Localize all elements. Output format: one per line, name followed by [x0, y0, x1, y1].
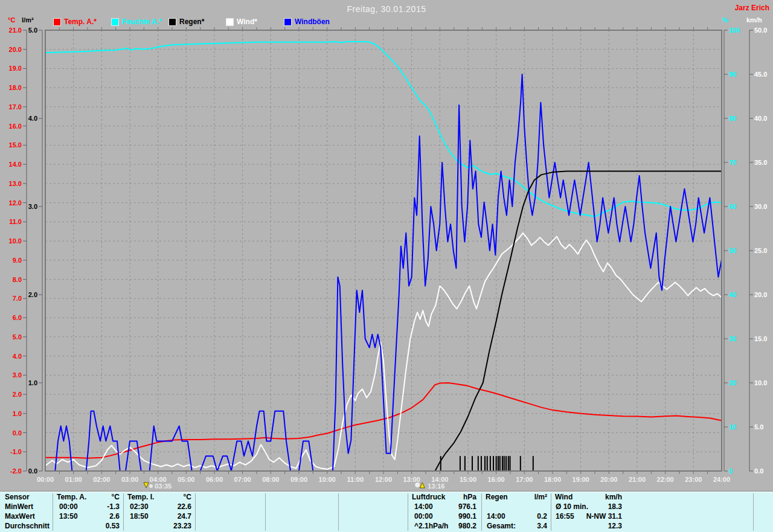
svg-text:16:00: 16:00 — [488, 476, 505, 483]
svg-text:17:00: 17:00 — [516, 476, 533, 483]
table-separator-tail — [753, 493, 754, 531]
temp-i-row3-value: 23.23 — [173, 522, 191, 530]
svg-text:40: 40 — [729, 291, 736, 298]
svg-text:17.0: 17.0 — [9, 103, 22, 111]
table-separator-temp-a — [53, 493, 53, 531]
svg-text:05:00: 05:00 — [178, 476, 194, 483]
svg-text:13.0: 13.0 — [9, 180, 22, 187]
regen-row2-value: 0.2 — [537, 512, 547, 521]
svg-text:20.0: 20.0 — [9, 46, 22, 53]
svg-text:09:00: 09:00 — [290, 476, 307, 483]
luftdruck-header: Luftdruck — [412, 493, 445, 501]
svg-text:10:00: 10:00 — [319, 476, 336, 483]
svg-text:2.0: 2.0 — [13, 391, 22, 398]
svg-text:12.0: 12.0 — [9, 199, 22, 207]
svg-text:10: 10 — [729, 423, 736, 431]
rain-event-bars — [441, 456, 533, 470]
luftdruck-row3-value: 980.2 — [458, 522, 476, 530]
svg-text:50.0: 50.0 — [754, 27, 767, 34]
svg-text:70: 70 — [729, 159, 736, 166]
luftdruck-row1-time: 14:00 — [414, 502, 433, 511]
table-separator-wind — [551, 493, 551, 531]
svg-text:6.0: 6.0 — [13, 314, 22, 321]
regen-unit: l/m² — [534, 493, 547, 501]
svg-text:22:00: 22:00 — [657, 476, 674, 483]
table-separator-temp-i — [123, 493, 124, 531]
svg-text:2.0: 2.0 — [28, 291, 37, 298]
weather-station-window: Freitag, 30.01.2015 Jarz Erich °C l/m² %… — [0, 0, 773, 532]
svg-text:00:00: 00:00 — [37, 476, 54, 483]
svg-text:24:00: 24:00 — [713, 476, 730, 483]
svg-text:21:00: 21:00 — [629, 476, 646, 483]
svg-text:0: 0 — [729, 467, 733, 475]
humidity-axis: 0102030405060708090100 — [724, 27, 740, 475]
svg-text:45.0: 45.0 — [754, 71, 767, 78]
weather-chart: -2.0-1.00.01.02.03.04.05.06.07.08.09.010… — [0, 0, 773, 490]
svg-text:0.0: 0.0 — [13, 429, 22, 437]
svg-text:20.0: 20.0 — [754, 291, 767, 298]
svg-text:4.0: 4.0 — [28, 115, 37, 122]
wind-row3-value: 12.3 — [608, 522, 622, 530]
rain-axis: 0.01.02.03.04.05.0 — [28, 27, 42, 475]
table-separator-luftdruck — [408, 493, 408, 531]
svg-text:3.0: 3.0 — [13, 371, 22, 379]
temp-a-unit: °C — [112, 493, 120, 501]
svg-text:5.0: 5.0 — [13, 333, 22, 341]
svg-text:20:00: 20:00 — [600, 476, 617, 483]
row-label-sensor: Sensor — [5, 493, 30, 501]
svg-text:0.0: 0.0 — [754, 467, 763, 475]
svg-text:50: 50 — [729, 247, 736, 254]
table-separator-regen — [481, 493, 482, 531]
svg-text:11.0: 11.0 — [9, 218, 22, 225]
svg-text:23:00: 23:00 — [685, 476, 702, 483]
svg-text:19.0: 19.0 — [9, 65, 22, 72]
svg-text:1.0: 1.0 — [28, 379, 37, 386]
table-separator-empty-1 — [195, 493, 196, 531]
svg-text:08:00: 08:00 — [262, 476, 279, 483]
regen-row3-time: Gesamt: — [487, 522, 516, 530]
temp-a-row2-value: 2.6 — [109, 512, 120, 521]
svg-text:30: 30 — [729, 335, 736, 342]
svg-text:15.0: 15.0 — [9, 141, 22, 149]
x-axis-labels: 00:0001:0002:0003:0004:0005:0006:0007:00… — [37, 476, 730, 483]
regen-row2-time: 14:00 — [487, 512, 505, 521]
svg-text:5.0: 5.0 — [754, 423, 763, 431]
temp-i-row2-time: 18:50 — [130, 512, 149, 521]
svg-text:4.0: 4.0 — [13, 353, 22, 360]
row-label-durchschnitt: Durchschnitt — [5, 522, 50, 530]
moonrise-marker: 13:16 — [415, 482, 444, 490]
svg-text:1.0: 1.0 — [13, 410, 22, 417]
wind-row2-time: 16:55 — [556, 512, 574, 521]
svg-text:-2.0: -2.0 — [10, 467, 22, 475]
temp-a-row3-value: 0.53 — [106, 522, 120, 530]
temp-i-unit: °C — [184, 493, 191, 501]
temp-axis: -2.0-1.00.01.02.03.04.05.06.07.08.09.010… — [9, 27, 27, 475]
svg-text:0.0: 0.0 — [28, 467, 37, 475]
stats-table: SensorMinWertMaxWertDurchschnittTemp. A.… — [0, 491, 773, 532]
regen-row3-value: 3.4 — [537, 522, 547, 530]
svg-text:06:00: 06:00 — [206, 476, 223, 483]
row-label-minwert: MinWert — [5, 502, 33, 511]
svg-text:8.0: 8.0 — [13, 276, 22, 283]
temp-i-header: Temp. I. — [127, 493, 154, 501]
svg-text:90: 90 — [729, 71, 736, 78]
luftdruck-row2-time: 00:00 — [414, 512, 433, 521]
svg-text:20: 20 — [729, 379, 736, 386]
svg-text:13:00: 13:00 — [403, 476, 420, 483]
svg-text:01:00: 01:00 — [65, 476, 82, 483]
svg-text:19:00: 19:00 — [573, 476, 589, 483]
regen-header: Regen — [486, 493, 508, 501]
svg-text:3.0: 3.0 — [28, 203, 37, 210]
svg-text:100: 100 — [729, 27, 740, 34]
table-separator-empty-3 — [338, 493, 339, 531]
svg-text:16.0: 16.0 — [9, 123, 22, 130]
wind-header: Wind — [555, 493, 573, 501]
svg-text:21.0: 21.0 — [9, 27, 22, 34]
svg-text:15:00: 15:00 — [460, 476, 476, 483]
svg-text:25.0: 25.0 — [754, 247, 767, 254]
svg-text:14.0: 14.0 — [9, 161, 22, 168]
luftdruck-unit: hPa — [463, 493, 476, 501]
temp-a-row1-value: -1.3 — [107, 502, 120, 511]
temp-i-row1-value: 22.6 — [178, 502, 191, 511]
svg-text:60: 60 — [729, 203, 736, 210]
